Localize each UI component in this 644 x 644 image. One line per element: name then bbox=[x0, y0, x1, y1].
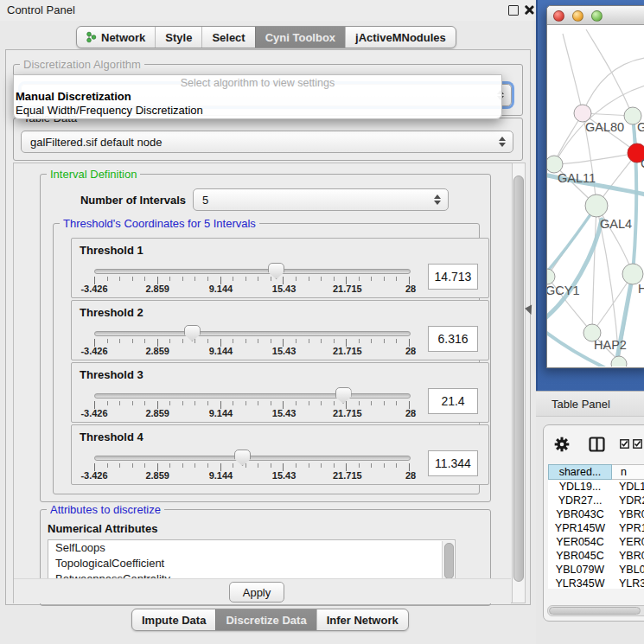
combo-arrows-icon bbox=[434, 194, 441, 205]
tab-label: Infer Network bbox=[327, 614, 399, 627]
tick-label: 2.859 bbox=[145, 284, 169, 294]
control-panel-title: Control Panel bbox=[7, 3, 75, 16]
split-columns-icon[interactable] bbox=[589, 437, 605, 452]
threshold-slider-track[interactable] bbox=[94, 456, 411, 461]
table-data-selected-value: galFiltered.sif default node bbox=[30, 136, 162, 149]
table-row[interactable]: YDL19...YDL1 bbox=[548, 480, 644, 494]
tab-network[interactable]: Network bbox=[77, 27, 155, 48]
network-edge bbox=[583, 58, 644, 113]
tab-label: Discretize Data bbox=[226, 614, 306, 627]
threshold-value-field[interactable]: 21.4 bbox=[428, 388, 478, 414]
table-row[interactable]: YER054CYER0 bbox=[548, 535, 644, 549]
top-tab-bar: NetworkStyleSelectCyni ToolboxjActiveMNo… bbox=[76, 26, 456, 48]
tick-label: 21.715 bbox=[333, 346, 362, 356]
numerical-attributes-heading: Numerical Attributes bbox=[48, 522, 157, 535]
tab-label: Network bbox=[101, 31, 145, 44]
control-panel-window: Control Panel NetworkStyleSelectCyni Too… bbox=[0, 0, 536, 644]
network-node[interactable] bbox=[547, 156, 563, 173]
network-node[interactable] bbox=[611, 356, 627, 367]
table-row[interactable]: YBL079WYBL0 bbox=[548, 563, 644, 577]
cell-shared-name: YBL079W bbox=[548, 563, 612, 577]
tick-label: 9.144 bbox=[209, 284, 233, 294]
algorithm-option-equal-width[interactable]: Equal Width/Frequency Discretization bbox=[14, 104, 501, 118]
tick-label: 15.43 bbox=[272, 470, 296, 481]
threshold-value-field[interactable]: 11.344 bbox=[428, 450, 478, 476]
cell-shared-name: YBR045C bbox=[548, 549, 612, 563]
algorithm-option-manual[interactable]: Manual Discretization bbox=[14, 90, 501, 104]
table-row[interactable]: YLR345WYLR3 bbox=[548, 577, 644, 589]
tab-discretize-data[interactable]: Discretize Data bbox=[215, 609, 316, 630]
tab-jactivemnodules[interactable]: jActiveMNodules bbox=[345, 27, 456, 48]
tick-label: -3.426 bbox=[80, 284, 107, 294]
float-window-icon[interactable] bbox=[508, 5, 519, 16]
table-row[interactable]: YBR043CYBR0 bbox=[548, 507, 644, 521]
column-header-name[interactable]: n bbox=[612, 464, 644, 480]
tick-label: -3.426 bbox=[80, 470, 107, 481]
threshold-slider-track[interactable] bbox=[94, 393, 411, 399]
zoom-traffic-light-icon[interactable] bbox=[591, 10, 603, 22]
tick-label: 21.715 bbox=[333, 470, 362, 481]
checkbox-checked-icon[interactable] bbox=[620, 439, 629, 449]
main-vertical-scrollbar[interactable] bbox=[512, 163, 526, 603]
node-table: shared... n YDL19...YDL1YDR27...YDR2YBR0… bbox=[548, 464, 644, 589]
cell-name: YBL0 bbox=[612, 563, 644, 577]
combo-arrows-icon bbox=[499, 137, 506, 147]
network-canvas[interactable]: GAL80GACGAL11GAL4GCY1HHAP2 bbox=[547, 25, 644, 367]
minimize-traffic-light-icon[interactable] bbox=[572, 10, 583, 22]
threshold-slider-track[interactable] bbox=[94, 269, 411, 274]
tab-infer-network[interactable]: Infer Network bbox=[316, 609, 408, 630]
cell-shared-name: YBR043C bbox=[548, 507, 612, 521]
table-data-select[interactable]: galFiltered.sif default node bbox=[21, 131, 513, 153]
network-edge bbox=[563, 34, 583, 113]
number-of-intervals-select[interactable]: 5 bbox=[193, 188, 449, 211]
table-row[interactable]: YDR27...YDR2 bbox=[548, 494, 644, 507]
tab-select[interactable]: Select bbox=[201, 27, 254, 48]
tab-impute-data[interactable]: Impute Data bbox=[132, 609, 215, 630]
network-node-label: H bbox=[638, 282, 644, 296]
network-edge-highlighted bbox=[633, 116, 636, 274]
threshold-label: Threshold 1 bbox=[80, 244, 143, 257]
gear-icon[interactable] bbox=[554, 437, 570, 452]
numerical-attributes-list[interactable]: SelfLoopsTopologicalCoefficientBetweenne… bbox=[48, 539, 456, 583]
attribute-list-item[interactable]: TopologicalCoefficient bbox=[48, 556, 455, 571]
node-table-header-row: shared... n bbox=[548, 464, 644, 480]
network-node[interactable] bbox=[547, 269, 555, 284]
threshold-slider-track[interactable] bbox=[94, 331, 411, 336]
network-node[interactable] bbox=[585, 194, 608, 217]
tick-label: 2.859 bbox=[145, 408, 169, 418]
tab-cyni-toolbox[interactable]: Cyni Toolbox bbox=[255, 27, 345, 48]
table-row[interactable]: YBR045CYBR0 bbox=[548, 549, 644, 563]
tick-label: 15.43 bbox=[272, 284, 296, 294]
checkbox-checked-icon[interactable] bbox=[633, 439, 642, 449]
table-row[interactable]: YPR145WYPR1 bbox=[548, 521, 644, 535]
attributes-scrollbar[interactable] bbox=[442, 541, 454, 581]
column-header-shared-name[interactable]: shared... bbox=[548, 464, 612, 480]
network-node-label: GCY1 bbox=[547, 284, 580, 297]
thresholds-group: Threshold's Coordinates for 5 Intervals … bbox=[53, 223, 480, 494]
cell-name: YBR0 bbox=[612, 507, 644, 521]
close-traffic-light-icon[interactable] bbox=[553, 10, 564, 22]
network-node-label: GAL80 bbox=[585, 120, 624, 134]
tick-label: 9.144 bbox=[209, 346, 233, 356]
control-panel-titlebar: Control Panel bbox=[0, 0, 536, 21]
threshold-value-field[interactable]: 6.316 bbox=[428, 326, 478, 352]
network-graph[interactable]: GAL80GACGAL11GAL4GCY1HHAP2 bbox=[547, 25, 644, 367]
close-icon[interactable] bbox=[524, 4, 534, 15]
attribute-list-item[interactable]: SelfLoops bbox=[48, 540, 455, 556]
threshold-value-field[interactable]: 14.713 bbox=[428, 264, 478, 290]
interval-definition-group-title: Interval Definition bbox=[47, 168, 140, 181]
tick-label: 21.715 bbox=[333, 284, 362, 294]
network-edge bbox=[554, 153, 637, 164]
settings-scrollpane: Interval Definition Number of Intervals … bbox=[13, 163, 513, 603]
table-panel-title: Table Panel bbox=[552, 398, 610, 411]
tick-label: 28 bbox=[405, 284, 416, 294]
apply-button[interactable]: Apply bbox=[229, 582, 284, 603]
network-view-window: GAL80GACGAL11GAL4GCY1HHAP2 bbox=[546, 5, 644, 368]
network-window-titlebar bbox=[547, 6, 644, 25]
table-horizontal-scrollbar[interactable] bbox=[547, 605, 644, 616]
bottom-tab-bar: Impute DataDiscretize DataInfer Network bbox=[131, 609, 409, 631]
network-node[interactable] bbox=[574, 105, 591, 122]
tab-style[interactable]: Style bbox=[155, 27, 201, 48]
table-panel-body: shared... n YDL19...YDL1YDR27...YDR2YBR0… bbox=[536, 417, 644, 644]
tick-label: 2.859 bbox=[145, 470, 169, 481]
